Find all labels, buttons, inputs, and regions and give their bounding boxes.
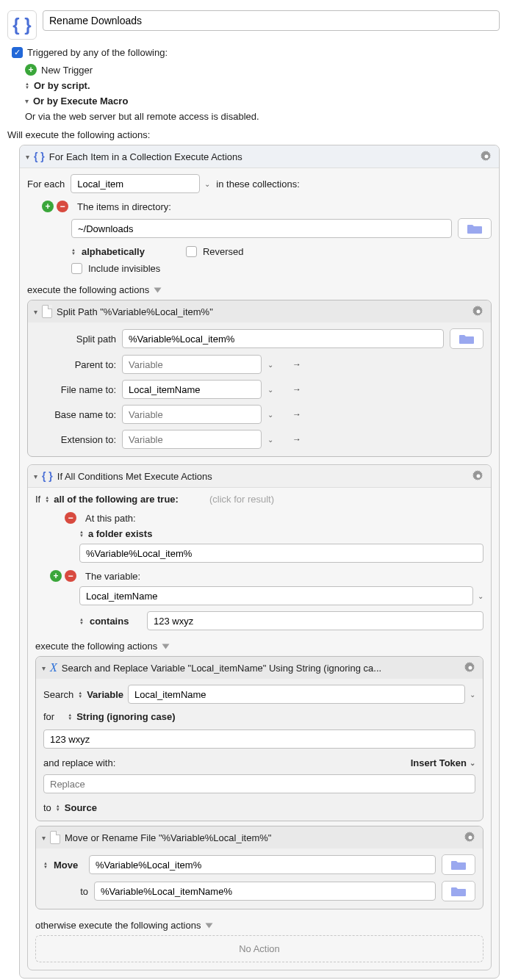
triangle-icon[interactable] xyxy=(206,923,213,928)
chevron-down-icon[interactable]: ⌄ xyxy=(478,592,483,600)
move-dest-input[interactable] xyxy=(94,882,436,901)
click-for-result[interactable]: (click for result) xyxy=(209,494,274,505)
macro-type-icon: { } xyxy=(7,10,37,40)
variable-selector[interactable]: Variable xyxy=(87,689,123,700)
plus-icon: + xyxy=(25,64,37,76)
search-label: Search xyxy=(43,689,73,700)
choose-folder-button[interactable] xyxy=(442,854,475,875)
new-trigger-label: New Trigger xyxy=(41,65,93,76)
add-collection-icon[interactable]: + xyxy=(42,201,54,212)
updown-icon xyxy=(25,82,29,89)
move-source-input[interactable] xyxy=(89,855,436,874)
all-label: all of the following are true: xyxy=(54,494,179,505)
arrow-right-icon[interactable]: → xyxy=(292,384,301,394)
reversed-label: Reversed xyxy=(203,246,244,257)
exec-actions-label: execute the following actions xyxy=(35,641,157,652)
arrow-right-icon[interactable]: → xyxy=(292,359,301,370)
gear-icon[interactable] xyxy=(480,150,493,163)
updown-icon[interactable] xyxy=(45,496,49,502)
arrow-right-icon[interactable]: → xyxy=(292,409,301,419)
to-label: to xyxy=(59,886,88,897)
split-row-label: Base name to: xyxy=(35,409,116,420)
no-action-dropzone[interactable]: No Action xyxy=(35,935,483,962)
updown-icon[interactable] xyxy=(71,248,76,255)
updown-icon[interactable] xyxy=(78,691,82,698)
folder-exists-label: a folder exists xyxy=(88,528,152,539)
search-var-input[interactable] xyxy=(128,685,465,704)
split-path-input[interactable] xyxy=(122,329,444,348)
replace-input[interactable] xyxy=(43,774,475,793)
move-title: Move or Rename File "%Variable%Local_ite… xyxy=(65,832,271,843)
move-label: Move xyxy=(54,860,83,871)
directory-input[interactable] xyxy=(71,219,452,238)
op-value-input[interactable] xyxy=(147,611,483,630)
split-row-input[interactable] xyxy=(122,430,262,449)
replace-label: and replace with: xyxy=(43,757,115,768)
disclosure-icon[interactable]: ▾ xyxy=(34,472,37,480)
braces-icon: { } xyxy=(34,151,45,162)
or-script-row[interactable]: Or by script. xyxy=(25,80,500,91)
chevron-down-icon[interactable]: ⌄ xyxy=(267,386,273,394)
updown-icon[interactable] xyxy=(56,804,60,811)
split-row-input[interactable] xyxy=(122,380,262,399)
op-label: contains xyxy=(90,616,141,627)
chevron-down-icon[interactable]: ⌄ xyxy=(267,361,273,369)
for-label: for xyxy=(43,711,54,722)
foreach-title: For Each Item in a Collection Execute Ac… xyxy=(49,151,242,162)
chevron-down-icon[interactable]: ⌄ xyxy=(267,436,273,444)
exec-actions-label: execute the following actions xyxy=(27,284,149,295)
remove-collection-icon[interactable]: − xyxy=(57,201,68,212)
split-row-input[interactable] xyxy=(122,355,262,374)
chevron-down-icon[interactable]: ⌄ xyxy=(267,411,273,419)
document-icon xyxy=(42,305,52,318)
add-condition-icon[interactable]: + xyxy=(50,570,62,582)
new-trigger-button[interactable]: + New Trigger xyxy=(25,64,500,76)
updown-icon[interactable] xyxy=(79,618,84,624)
remove-condition-icon[interactable]: − xyxy=(65,570,76,582)
if-label: If xyxy=(35,494,40,505)
gear-icon[interactable] xyxy=(472,469,485,483)
to-label: to xyxy=(43,802,51,813)
updown-icon[interactable] xyxy=(43,862,48,868)
invisibles-label: Include invisibles xyxy=(88,263,160,274)
reversed-checkbox[interactable] xyxy=(186,246,197,257)
disclosure-icon[interactable]: ▾ xyxy=(34,308,37,316)
choose-folder-button[interactable] xyxy=(458,218,492,239)
triggered-label: Triggered by any of the following: xyxy=(27,47,168,58)
remove-condition-icon[interactable]: − xyxy=(65,512,76,524)
items-dir-label: The items in directory: xyxy=(77,201,171,212)
choose-folder-button[interactable] xyxy=(442,881,475,901)
split-row-label: Parent to: xyxy=(35,359,116,370)
cond-var-input[interactable] xyxy=(79,586,473,605)
or-script-label: Or by script. xyxy=(34,80,90,91)
gear-icon[interactable] xyxy=(464,661,477,674)
updown-icon[interactable] xyxy=(79,530,84,537)
triangle-icon[interactable] xyxy=(154,287,162,292)
macro-name-input[interactable] xyxy=(43,10,500,31)
triangle-icon[interactable] xyxy=(162,644,170,649)
or-execute-macro-row[interactable]: ▾ Or by Execute Macro xyxy=(25,96,500,107)
arrow-right-icon[interactable]: → xyxy=(292,434,301,444)
braces-icon: { } xyxy=(42,470,53,482)
for-value-input[interactable] xyxy=(43,729,475,749)
split-row-label: Extension to: xyxy=(35,434,116,445)
gear-icon[interactable] xyxy=(472,305,485,318)
split-row-input[interactable] xyxy=(122,405,262,424)
chevron-down-icon[interactable]: ⌄ xyxy=(470,691,475,699)
foreach-var-input[interactable] xyxy=(71,174,200,193)
for-type-label: String (ignoring case) xyxy=(76,711,175,722)
search-title: Search and Replace Variable "Local_itemN… xyxy=(62,663,381,674)
path-value-input[interactable] xyxy=(79,544,483,563)
updown-icon[interactable] xyxy=(68,713,72,720)
invisibles-checkbox[interactable] xyxy=(71,263,82,274)
disclosure-icon[interactable]: ▾ xyxy=(26,153,29,161)
split-path-label: Split path xyxy=(35,334,116,345)
gear-icon[interactable] xyxy=(464,831,477,844)
triggered-checkbox[interactable] xyxy=(12,47,23,58)
insert-token-button[interactable]: Insert Token ⌄ xyxy=(411,757,475,768)
choose-folder-button[interactable] xyxy=(450,328,483,349)
chevron-down-icon[interactable]: ⌄ xyxy=(204,180,210,188)
document-icon xyxy=(50,831,60,844)
disclosure-icon[interactable]: ▾ xyxy=(42,664,46,672)
disclosure-icon[interactable]: ▾ xyxy=(42,834,46,842)
